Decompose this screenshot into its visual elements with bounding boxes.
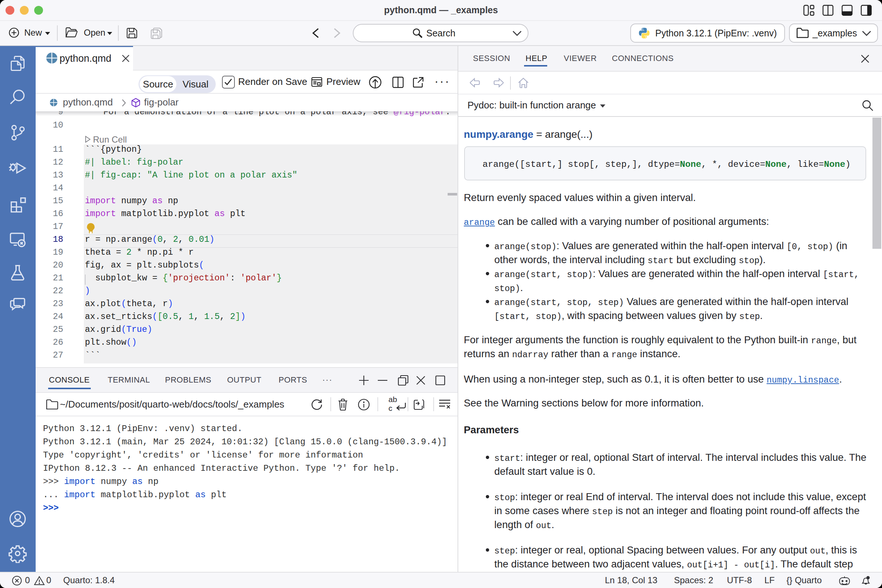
svg-text:c: c <box>388 404 393 412</box>
svg-text:ab: ab <box>388 395 397 404</box>
